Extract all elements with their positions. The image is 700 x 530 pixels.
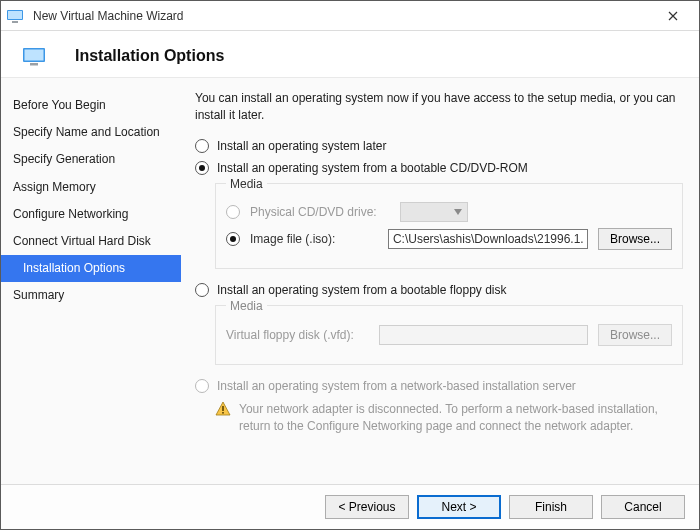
option-install-later-label: Install an operating system later <box>217 139 386 153</box>
option-physical-drive: Physical CD/DVD drive: <box>226 202 672 222</box>
svg-rect-2 <box>12 21 18 23</box>
nav-specify-generation[interactable]: Specify Generation <box>1 146 181 173</box>
finish-button[interactable]: Finish <box>509 495 593 519</box>
svg-rect-5 <box>30 63 38 66</box>
image-file-input[interactable] <box>388 229 588 249</box>
browse-iso-button[interactable]: Browse... <box>598 228 672 250</box>
wizard-window: New Virtual Machine Wizard Installation … <box>0 0 700 530</box>
wizard-footer: < Previous Next > Finish Cancel <box>1 484 699 529</box>
nav-connect-vhd[interactable]: Connect Virtual Hard Disk <box>1 228 181 255</box>
nav-summary[interactable]: Summary <box>1 282 181 309</box>
image-file-label: Image file (.iso): <box>250 232 378 246</box>
media-group-cddvd: Media Physical CD/DVD drive: Image file … <box>215 183 683 269</box>
radio-icon <box>226 205 240 219</box>
radio-icon <box>226 232 240 246</box>
svg-rect-1 <box>8 11 22 19</box>
physical-drive-label: Physical CD/DVD drive: <box>250 205 390 219</box>
radio-icon <box>195 139 209 153</box>
nav-specify-name-location[interactable]: Specify Name and Location <box>1 119 181 146</box>
option-install-later[interactable]: Install an operating system later <box>195 139 683 153</box>
media-legend: Media <box>226 177 267 191</box>
option-image-file[interactable]: Image file (.iso): Browse... <box>226 228 672 250</box>
vm-icon <box>7 8 23 24</box>
browse-vfd-button: Browse... <box>598 324 672 346</box>
vfd-label: Virtual floppy disk (.vfd): <box>226 328 369 342</box>
option-install-cddvd[interactable]: Install an operating system from a boota… <box>195 161 683 175</box>
option-install-network: Install an operating system from a netwo… <box>195 379 683 393</box>
warning-icon <box>215 401 231 417</box>
nav-before-you-begin[interactable]: Before You Begin <box>1 92 181 119</box>
titlebar: New Virtual Machine Wizard <box>1 1 699 31</box>
previous-button[interactable]: < Previous <box>325 495 409 519</box>
close-button[interactable] <box>653 1 693 30</box>
vfd-input <box>379 325 588 345</box>
vm-icon <box>23 45 45 67</box>
wizard-header: Installation Options <box>1 31 699 78</box>
page-title: Installation Options <box>75 47 224 65</box>
option-install-floppy[interactable]: Install an operating system from a boota… <box>195 283 683 297</box>
option-install-cddvd-label: Install an operating system from a boota… <box>217 161 528 175</box>
nav-installation-options[interactable]: Installation Options <box>1 255 181 282</box>
option-install-network-label: Install an operating system from a netwo… <box>217 379 576 393</box>
physical-drive-select <box>400 202 468 222</box>
svg-rect-6 <box>222 406 224 411</box>
next-button[interactable]: Next > <box>417 495 501 519</box>
intro-text: You can install an operating system now … <box>195 90 683 125</box>
svg-rect-7 <box>222 412 224 414</box>
network-warning-text: Your network adapter is disconnected. To… <box>239 401 683 435</box>
nav-assign-memory[interactable]: Assign Memory <box>1 174 181 201</box>
nav-configure-networking[interactable]: Configure Networking <box>1 201 181 228</box>
window-title: New Virtual Machine Wizard <box>29 9 653 23</box>
media-legend: Media <box>226 299 267 313</box>
media-group-floppy: Media Virtual floppy disk (.vfd): Browse… <box>215 305 683 365</box>
wizard-body: Before You Begin Specify Name and Locati… <box>1 78 699 484</box>
svg-rect-4 <box>25 50 44 61</box>
wizard-content: You can install an operating system now … <box>181 78 699 484</box>
network-warning: Your network adapter is disconnected. To… <box>215 401 683 435</box>
radio-icon <box>195 161 209 175</box>
radio-icon <box>195 283 209 297</box>
radio-icon <box>195 379 209 393</box>
wizard-sidebar: Before You Begin Specify Name and Locati… <box>1 78 181 484</box>
cancel-button[interactable]: Cancel <box>601 495 685 519</box>
option-install-floppy-label: Install an operating system from a boota… <box>217 283 507 297</box>
close-icon <box>668 11 678 21</box>
